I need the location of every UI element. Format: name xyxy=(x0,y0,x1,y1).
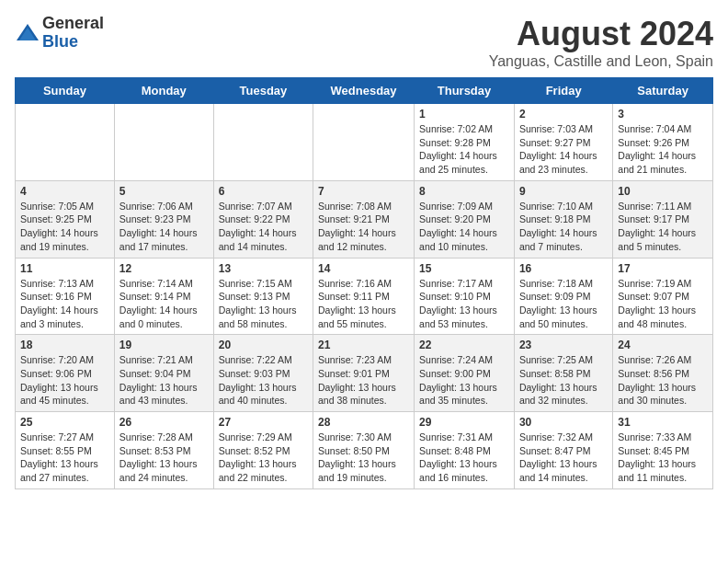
calendar-table: SundayMondayTuesdayWednesdayThursdayFrid… xyxy=(15,77,713,489)
calendar-cell: 28Sunrise: 7:30 AM Sunset: 8:50 PM Dayli… xyxy=(313,412,415,489)
calendar-week-1: 1Sunrise: 7:02 AM Sunset: 9:28 PM Daylig… xyxy=(16,104,713,181)
logo-icon xyxy=(15,20,40,46)
calendar-cell xyxy=(114,104,213,181)
calendar-cell: 22Sunrise: 7:24 AM Sunset: 9:00 PM Dayli… xyxy=(415,335,515,412)
calendar-cell: 1Sunrise: 7:02 AM Sunset: 9:28 PM Daylig… xyxy=(415,104,515,181)
day-content: Sunrise: 7:05 AM Sunset: 9:25 PM Dayligh… xyxy=(20,200,109,254)
day-number: 9 xyxy=(519,185,608,198)
location-subtitle: Yanguas, Castille and Leon, Spain xyxy=(489,53,713,70)
day-number: 5 xyxy=(119,185,209,198)
day-number: 13 xyxy=(219,262,308,275)
calendar-week-2: 4Sunrise: 7:05 AM Sunset: 9:25 PM Daylig… xyxy=(16,180,713,258)
day-content: Sunrise: 7:32 AM Sunset: 8:47 PM Dayligh… xyxy=(519,431,608,485)
day-content: Sunrise: 7:11 AM Sunset: 9:17 PM Dayligh… xyxy=(618,200,708,254)
calendar-cell: 8Sunrise: 7:09 AM Sunset: 9:20 PM Daylig… xyxy=(415,180,515,258)
day-content: Sunrise: 7:22 AM Sunset: 9:03 PM Dayligh… xyxy=(219,353,308,408)
calendar-cell: 25Sunrise: 7:27 AM Sunset: 8:55 PM Dayli… xyxy=(16,412,115,489)
day-number: 26 xyxy=(119,416,209,429)
day-number: 14 xyxy=(318,262,409,275)
weekday-header-row: SundayMondayTuesdayWednesdayThursdayFrid… xyxy=(16,78,713,104)
day-content: Sunrise: 7:18 AM Sunset: 9:09 PM Dayligh… xyxy=(519,277,608,331)
logo: General Blue xyxy=(15,15,104,52)
day-number: 4 xyxy=(20,185,109,198)
day-number: 1 xyxy=(419,108,509,121)
day-number: 15 xyxy=(419,262,509,275)
day-content: Sunrise: 7:14 AM Sunset: 9:14 PM Dayligh… xyxy=(119,277,209,331)
calendar-cell: 18Sunrise: 7:20 AM Sunset: 9:06 PM Dayli… xyxy=(16,335,115,412)
logo-general: General xyxy=(42,15,104,33)
day-number: 27 xyxy=(219,416,308,429)
day-content: Sunrise: 7:17 AM Sunset: 9:10 PM Dayligh… xyxy=(419,277,509,331)
calendar-cell: 13Sunrise: 7:15 AM Sunset: 9:13 PM Dayli… xyxy=(213,258,313,335)
calendar-cell: 12Sunrise: 7:14 AM Sunset: 9:14 PM Dayli… xyxy=(114,258,213,335)
day-number: 29 xyxy=(419,416,509,429)
day-number: 24 xyxy=(618,339,708,351)
day-content: Sunrise: 7:29 AM Sunset: 8:52 PM Dayligh… xyxy=(219,431,308,485)
day-number: 20 xyxy=(219,339,308,351)
calendar-cell: 15Sunrise: 7:17 AM Sunset: 9:10 PM Dayli… xyxy=(415,258,515,335)
day-number: 25 xyxy=(20,416,109,429)
calendar-week-4: 18Sunrise: 7:20 AM Sunset: 9:06 PM Dayli… xyxy=(16,335,713,412)
day-content: Sunrise: 7:07 AM Sunset: 9:22 PM Dayligh… xyxy=(219,200,308,254)
day-number: 2 xyxy=(519,108,608,121)
day-content: Sunrise: 7:28 AM Sunset: 8:53 PM Dayligh… xyxy=(119,431,209,485)
logo-blue: Blue xyxy=(42,33,104,52)
title-section: August 2024 Yanguas, Castille and Leon, … xyxy=(489,15,713,70)
day-content: Sunrise: 7:02 AM Sunset: 9:28 PM Dayligh… xyxy=(419,122,509,177)
day-content: Sunrise: 7:06 AM Sunset: 9:23 PM Dayligh… xyxy=(119,200,209,254)
day-number: 23 xyxy=(519,339,608,351)
day-content: Sunrise: 7:16 AM Sunset: 9:11 PM Dayligh… xyxy=(318,277,409,331)
calendar-cell: 31Sunrise: 7:33 AM Sunset: 8:45 PM Dayli… xyxy=(613,412,713,489)
calendar-cell: 4Sunrise: 7:05 AM Sunset: 9:25 PM Daylig… xyxy=(16,180,115,258)
calendar-cell: 27Sunrise: 7:29 AM Sunset: 8:52 PM Dayli… xyxy=(213,412,313,489)
calendar-cell: 17Sunrise: 7:19 AM Sunset: 9:07 PM Dayli… xyxy=(613,258,713,335)
day-content: Sunrise: 7:25 AM Sunset: 8:58 PM Dayligh… xyxy=(519,353,608,408)
weekday-header-sunday: Sunday xyxy=(16,78,115,104)
day-content: Sunrise: 7:26 AM Sunset: 8:56 PM Dayligh… xyxy=(618,353,708,408)
day-content: Sunrise: 7:19 AM Sunset: 9:07 PM Dayligh… xyxy=(618,277,708,331)
day-number: 10 xyxy=(618,185,708,198)
calendar-cell: 30Sunrise: 7:32 AM Sunset: 8:47 PM Dayli… xyxy=(514,412,612,489)
day-number: 30 xyxy=(519,416,608,429)
weekday-header-saturday: Saturday xyxy=(613,78,713,104)
calendar-cell: 5Sunrise: 7:06 AM Sunset: 9:23 PM Daylig… xyxy=(114,180,213,258)
day-content: Sunrise: 7:33 AM Sunset: 8:45 PM Dayligh… xyxy=(618,431,708,485)
calendar-cell: 10Sunrise: 7:11 AM Sunset: 9:17 PM Dayli… xyxy=(613,180,713,258)
calendar-cell: 24Sunrise: 7:26 AM Sunset: 8:56 PM Dayli… xyxy=(613,335,713,412)
day-number: 22 xyxy=(419,339,509,351)
calendar-cell: 14Sunrise: 7:16 AM Sunset: 9:11 PM Dayli… xyxy=(313,258,415,335)
day-number: 3 xyxy=(618,108,708,121)
day-content: Sunrise: 7:13 AM Sunset: 9:16 PM Dayligh… xyxy=(20,277,109,331)
calendar-cell: 3Sunrise: 7:04 AM Sunset: 9:26 PM Daylig… xyxy=(613,104,713,181)
day-content: Sunrise: 7:08 AM Sunset: 9:21 PM Dayligh… xyxy=(318,200,409,254)
day-number: 11 xyxy=(20,262,109,275)
calendar-cell xyxy=(313,104,415,181)
calendar-cell: 7Sunrise: 7:08 AM Sunset: 9:21 PM Daylig… xyxy=(313,180,415,258)
day-number: 8 xyxy=(419,185,509,198)
calendar-cell: 16Sunrise: 7:18 AM Sunset: 9:09 PM Dayli… xyxy=(514,258,612,335)
month-year-title: August 2024 xyxy=(489,15,713,53)
day-content: Sunrise: 7:31 AM Sunset: 8:48 PM Dayligh… xyxy=(419,431,509,485)
calendar-cell: 19Sunrise: 7:21 AM Sunset: 9:04 PM Dayli… xyxy=(114,335,213,412)
day-number: 21 xyxy=(318,339,409,351)
day-number: 6 xyxy=(219,185,308,198)
day-number: 17 xyxy=(618,262,708,275)
day-content: Sunrise: 7:20 AM Sunset: 9:06 PM Dayligh… xyxy=(20,353,109,408)
day-number: 18 xyxy=(20,339,109,351)
day-content: Sunrise: 7:09 AM Sunset: 9:20 PM Dayligh… xyxy=(419,200,509,254)
calendar-cell: 11Sunrise: 7:13 AM Sunset: 9:16 PM Dayli… xyxy=(16,258,115,335)
day-content: Sunrise: 7:24 AM Sunset: 9:00 PM Dayligh… xyxy=(419,353,509,408)
day-number: 31 xyxy=(618,416,708,429)
logo-text: General Blue xyxy=(42,15,104,52)
weekday-header-thursday: Thursday xyxy=(415,78,515,104)
weekday-header-wednesday: Wednesday xyxy=(313,78,415,104)
day-content: Sunrise: 7:15 AM Sunset: 9:13 PM Dayligh… xyxy=(219,277,308,331)
calendar-cell: 29Sunrise: 7:31 AM Sunset: 8:48 PM Dayli… xyxy=(415,412,515,489)
calendar-week-5: 25Sunrise: 7:27 AM Sunset: 8:55 PM Dayli… xyxy=(16,412,713,489)
weekday-header-monday: Monday xyxy=(114,78,213,104)
calendar-cell: 20Sunrise: 7:22 AM Sunset: 9:03 PM Dayli… xyxy=(213,335,313,412)
day-number: 28 xyxy=(318,416,409,429)
calendar-cell xyxy=(16,104,115,181)
calendar-week-3: 11Sunrise: 7:13 AM Sunset: 9:16 PM Dayli… xyxy=(16,258,713,335)
day-content: Sunrise: 7:23 AM Sunset: 9:01 PM Dayligh… xyxy=(318,353,409,408)
